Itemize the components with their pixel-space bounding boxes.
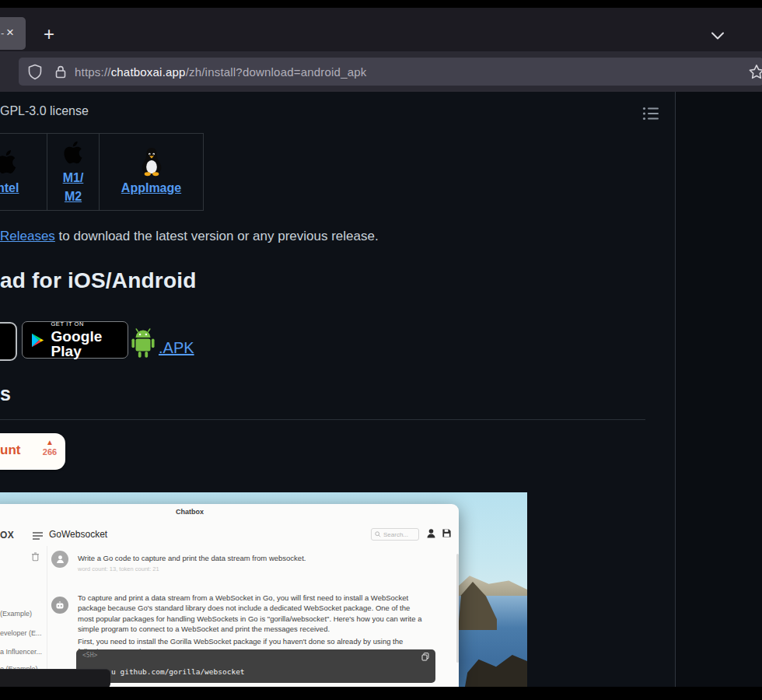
person-icon — [56, 555, 65, 564]
search-box: Search... — [371, 528, 419, 541]
outline-list-icon[interactable] — [642, 106, 659, 121]
user-icon — [426, 528, 436, 539]
bottom-black-strip — [0, 687, 762, 700]
apple-icon — [0, 147, 20, 177]
session-item: eveloper (E... — [0, 629, 42, 637]
assistant-avatar — [51, 597, 68, 614]
android-icon — [130, 327, 156, 359]
url-bar[interactable]: https://chatboxai.app/zh/install?downloa… — [19, 58, 762, 86]
url-scheme: https:// — [75, 65, 111, 79]
upvote-count: 266 — [37, 447, 63, 457]
search-placeholder: Search... — [383, 531, 408, 538]
page-content: GPL-3.0 license Intel M1/ M2 — [0, 92, 762, 687]
play-triangle-icon — [30, 331, 45, 350]
top-black-strip — [0, 0, 762, 8]
table-cell-appimage: AppImage — [100, 134, 203, 210]
tab-list-button[interactable] — [704, 24, 731, 47]
tab-title-fragment: - — [1, 26, 4, 40]
ph-name-fragment: unt — [0, 443, 20, 458]
search-icon — [375, 531, 381, 537]
heading-ios-android: ad for iOS/Android — [0, 268, 196, 293]
app-screenshot[interactable]: Chatbox OX GoWebsocket Search... — [0, 492, 527, 687]
user-avatar — [51, 551, 68, 568]
right-panel — [675, 92, 762, 687]
new-tab-button[interactable]: + — [37, 23, 61, 47]
apple-icon — [60, 138, 86, 166]
close-icon[interactable]: × — [6, 23, 14, 42]
sidebar-toggle-icon — [33, 532, 43, 540]
url-path: /zh/install?download=android_apk — [186, 65, 367, 79]
sidebar-divider — [47, 546, 47, 687]
download-table: Intel M1/ M2 AppImage — [0, 133, 204, 211]
section-divider — [0, 419, 645, 420]
save-icon — [442, 528, 452, 538]
window-title: Chatbox — [0, 508, 397, 516]
browser-tab[interactable]: - × — [0, 17, 26, 50]
bookmark-star-icon[interactable] — [748, 64, 762, 80]
screen: - × + https://chatboxai.app/zh/install?d… — [0, 0, 762, 700]
url-text: https://chatboxai.app/zh/install?downloa… — [75, 64, 366, 80]
url-domain: chatboxai.app — [111, 65, 186, 79]
intel-link[interactable]: Intel — [0, 179, 19, 197]
section-heading-fragment: s — [0, 383, 11, 405]
browser-tab-bar: - × + — [0, 8, 762, 51]
appstore-badge-fragment[interactable] — [0, 322, 17, 361]
code-text: u github.com/gorilla/websocket — [111, 667, 245, 676]
trash-icon — [31, 552, 40, 562]
chat-scrollbar — [456, 554, 459, 663]
appimage-link[interactable]: AppImage — [121, 179, 181, 197]
product-hunt-badge[interactable]: unt ▲ 266 — [0, 433, 65, 470]
tux-icon — [138, 147, 165, 177]
browser-toolbar: https://chatboxai.app/zh/install?downloa… — [0, 51, 762, 93]
google-play-tagline: GET IT ON — [51, 321, 128, 327]
releases-paragraph: Releases to download the latest version … — [0, 229, 451, 244]
code-block: <SH> u github.com/gorilla/websocket — [76, 649, 435, 683]
license-label: GPL-3.0 license — [0, 104, 89, 118]
user-message-text: Write a Go code to capture and print the… — [78, 553, 428, 563]
table-cell-m1m2: M1/ M2 — [47, 134, 100, 210]
releases-link[interactable]: Releases — [0, 229, 55, 243]
releases-text: to download the latest version or any pr… — [55, 229, 379, 243]
assistant-paragraph-1: To capture and print a data stream from … — [78, 593, 428, 634]
chatbox-window: Chatbox OX GoWebsocket Search... — [0, 504, 459, 687]
user-message-meta: word count: 13, token count: 21 — [78, 565, 159, 572]
table-cell-intel: Intel — [0, 134, 47, 210]
conversation-title: GoWebsocket — [49, 529, 107, 540]
session-item: a Influencer... — [0, 648, 42, 656]
code-lang-tag: <SH> — [82, 652, 97, 659]
copy-icon — [421, 653, 429, 661]
upvote-arrow-icon: ▲ — [37, 438, 63, 447]
session-item: (Example) — [0, 610, 32, 618]
chevron-down-icon — [711, 31, 725, 40]
robot-icon — [55, 601, 65, 610]
google-play-text: GET IT ON Google Play — [51, 321, 128, 359]
google-play-badge[interactable]: GET IT ON Google Play — [22, 321, 128, 359]
lock-icon[interactable] — [54, 65, 68, 79]
apk-link[interactable]: .APK — [159, 339, 194, 357]
sidebar-logo-fragment: OX — [0, 530, 14, 541]
status-tooltip — [0, 669, 110, 687]
m1-m2-link[interactable]: M1/ M2 — [63, 169, 84, 205]
google-play-name: Google Play — [51, 329, 128, 359]
ph-upvote: ▲ 266 — [37, 438, 63, 457]
shield-icon[interactable] — [27, 64, 43, 80]
